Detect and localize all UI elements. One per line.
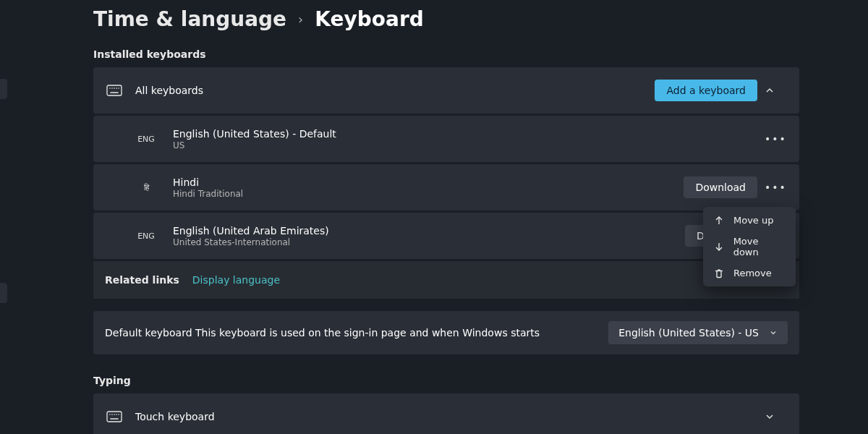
trash-icon [713,268,725,278]
more-options-button[interactable]: ••• [765,133,786,145]
page-title: Keyboard [315,7,423,31]
touch-keyboard-row[interactable]: Touch keyboard [93,393,799,434]
chevron-down-icon[interactable] [765,412,786,422]
language-code: ENG [132,231,160,241]
installed-keyboards-heading: Installed keyboards [93,48,799,60]
context-move-down-label: Move down [733,236,786,258]
nav-stub-1 [0,79,7,99]
typing-heading: Typing [93,375,799,386]
related-links-row: Related links Display language [93,261,799,299]
keyboard-layout: Hindi Traditional [173,189,684,199]
keyboard-icon [106,411,135,422]
all-keyboards-row[interactable]: All keyboards Add a keyboard [93,67,799,114]
touch-keyboard-label: Touch keyboard [135,411,765,422]
language-code: ENG [132,135,160,144]
default-keyboard-desc: This keyboard is used on the sign-in pag… [195,327,540,339]
chevron-up-icon[interactable] [765,85,786,95]
all-keyboards-label: All keyboards [135,85,655,96]
keyboard-row-english-us[interactable]: ENG English (United States) - Default US… [93,116,799,162]
keyboard-layout: US [173,140,765,150]
arrow-up-icon [713,216,725,226]
svg-rect-7 [107,412,122,422]
context-move-down[interactable]: Move down [703,231,796,263]
keyboard-name: Hindi [173,176,684,188]
chevron-down-icon [769,328,778,337]
more-options-button[interactable]: ••• [765,182,786,193]
nav-stub-2 [0,283,7,303]
breadcrumb: Time & language › Keyboard [93,7,799,31]
language-code: हि [132,183,160,192]
download-button[interactable]: Download [684,176,757,198]
context-remove-label: Remove [733,268,772,278]
keyboard-row-english-uae[interactable]: ENG English (United Arab Emirates) Unite… [93,213,799,259]
default-keyboard-title: Default keyboard [105,327,192,339]
context-remove[interactable]: Remove [703,263,796,284]
arrow-down-icon [713,242,725,252]
svg-rect-0 [107,85,122,95]
default-keyboard-value: English (United States) - US [618,327,759,339]
default-keyboard-select[interactable]: English (United States) - US [608,321,788,344]
default-keyboard-row: Default keyboard This keyboard is used o… [93,311,799,354]
display-language-link[interactable]: Display language [192,274,280,286]
related-links-label: Related links [105,274,179,286]
context-move-up-label: Move up [733,215,774,226]
keyboard-row-hindi[interactable]: हि Hindi Hindi Traditional Download ••• [93,164,799,210]
chevron-right-icon: › [298,12,303,27]
context-menu: Move up Move down Remove [703,207,796,286]
keyboard-name: English (United Arab Emirates) [173,225,685,237]
context-move-up[interactable]: Move up [703,210,796,231]
keyboard-icon [106,85,135,96]
keyboard-layout: United States-International [173,237,685,247]
add-keyboard-button[interactable]: Add a keyboard [655,80,757,101]
keyboard-name: English (United States) - Default [173,128,765,140]
breadcrumb-parent[interactable]: Time & language [93,7,286,31]
